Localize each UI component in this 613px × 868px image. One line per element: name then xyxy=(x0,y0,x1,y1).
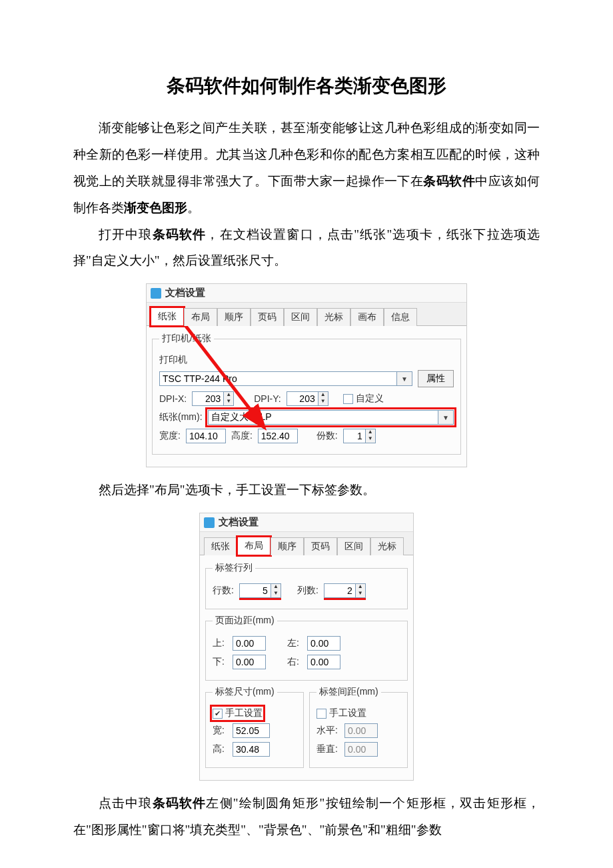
width-label: 宽度: xyxy=(159,430,181,442)
dpiy-input[interactable]: ▲▼ xyxy=(287,391,328,406)
spin-down-icon[interactable]: ▼ xyxy=(271,591,281,597)
checkbox-label: 自定义 xyxy=(356,393,384,405)
tab-layout[interactable]: 布局 xyxy=(237,537,271,555)
height-input[interactable] xyxy=(258,429,298,443)
tab-page[interactable]: 页码 xyxy=(304,537,337,555)
page-margin-group: 页面边距(mm) 上: 左: 下: 右: xyxy=(205,615,408,681)
bold-text: 条码软件 xyxy=(153,227,207,241)
label-width-input[interactable] xyxy=(233,723,270,738)
dropdown-icon[interactable]: ▼ xyxy=(396,371,412,386)
printer-label: 打印机 xyxy=(159,354,187,366)
paragraph-4: 点击中琅条码软件左侧"绘制圆角矩形"按钮绘制一个矩形框，双击矩形框，在"图形属性… xyxy=(73,790,540,843)
properties-button[interactable]: 属性 xyxy=(418,370,454,387)
tab-range[interactable]: 区间 xyxy=(337,537,370,555)
margin-left-label: 左: xyxy=(287,637,302,649)
paper-label: 纸张(mm): xyxy=(159,411,203,423)
paragraph-3: 然后选择"布局"选项卡，手工设置一下标签参数。 xyxy=(73,477,540,503)
tab-range[interactable]: 区间 xyxy=(284,308,317,326)
tab-paper[interactable]: 纸张 xyxy=(151,307,184,326)
dialog-title: 文档设置 xyxy=(219,516,259,529)
bold-text: 渐变色图形 xyxy=(124,201,187,215)
tab-layout[interactable]: 布局 xyxy=(184,308,217,326)
group-label: 页面边距(mm) xyxy=(213,615,277,627)
manual-size-checkbox[interactable]: ✔手工设置 xyxy=(213,707,263,719)
dropdown-icon[interactable]: ▼ xyxy=(438,410,454,425)
label-height-label: 高: xyxy=(213,743,227,755)
paragraph-2: 打开中琅条码软件，在文档设置窗口，点击"纸张"选项卡，纸张下拉选项选择"自定义大… xyxy=(73,221,540,275)
group-label: 标签尺寸(mm) xyxy=(213,686,277,698)
label-height-input[interactable] xyxy=(233,742,270,757)
copies-label: 份数: xyxy=(316,430,338,442)
spin-down-icon[interactable]: ▼ xyxy=(318,399,328,405)
cols-input[interactable]: ▲▼ xyxy=(324,583,366,598)
tab-row: 纸张 布局 顺序 页码 区间 光标 xyxy=(200,532,413,555)
app-icon xyxy=(204,517,215,528)
checkbox-label: 手工设置 xyxy=(225,707,263,719)
tab-order[interactable]: 顺序 xyxy=(271,537,304,555)
height-label: 高度: xyxy=(231,430,253,442)
dialog-titlebar: 文档设置 xyxy=(200,513,413,532)
margin-right-input[interactable] xyxy=(307,655,340,669)
dpiy-label: DPI-Y: xyxy=(254,393,281,404)
gap-vert-label: 垂直: xyxy=(316,743,339,755)
printer-select[interactable] xyxy=(159,371,396,386)
tab-canvas[interactable]: 画布 xyxy=(350,308,384,326)
page-title: 条码软件如何制作各类渐变色图形 xyxy=(73,73,540,99)
rows-label: 行数: xyxy=(213,585,234,597)
width-input[interactable] xyxy=(186,429,226,443)
margin-top-label: 上: xyxy=(213,637,227,649)
label-size-group: 标签尺寸(mm) ✔手工设置 宽: 高: xyxy=(205,686,304,768)
doc-settings-dialog-paper: 文档设置 纸张 布局 顺序 页码 区间 光标 画布 信息 打印机/纸张 打印机 … xyxy=(146,283,467,467)
app-icon xyxy=(151,288,161,299)
margin-left-input[interactable] xyxy=(307,636,340,651)
gap-horiz-input[interactable] xyxy=(344,723,378,738)
spin-down-icon[interactable]: ▼ xyxy=(366,436,375,443)
group-label: 标签间距(mm) xyxy=(316,686,381,698)
paper-size-select[interactable] xyxy=(208,410,438,425)
margin-top-input[interactable] xyxy=(233,636,266,651)
tab-row: 纸张 布局 顺序 页码 区间 光标 画布 信息 xyxy=(147,303,466,325)
paragraph-1: 渐变能够让色彩之间产生关联，甚至渐变能够让这几种色彩组成的渐变如同一种全新的色彩… xyxy=(73,115,540,221)
dialog-titlebar: 文档设置 xyxy=(147,284,466,303)
bold-text: 条码软件 xyxy=(153,796,207,810)
margin-right-label: 右: xyxy=(287,656,302,668)
margin-bottom-input[interactable] xyxy=(233,655,266,669)
tab-info[interactable]: 信息 xyxy=(384,308,417,326)
tab-order[interactable]: 顺序 xyxy=(217,308,251,326)
tab-page[interactable]: 页码 xyxy=(251,308,284,326)
printer-paper-group: 打印机/纸张 打印机 ▼ 属性 DPI-X: ▲▼ xyxy=(152,333,461,455)
dpix-input[interactable]: ▲▼ xyxy=(192,391,234,406)
tab-cursor[interactable]: 光标 xyxy=(317,308,350,326)
gap-horiz-label: 水平: xyxy=(316,725,339,737)
doc-settings-dialog-layout: 文档设置 纸张 布局 顺序 页码 区间 光标 标签行列 行数: ▲▼ 列数: xyxy=(199,513,414,781)
checkbox-label: 手工设置 xyxy=(329,707,366,719)
tab-cursor[interactable]: 光标 xyxy=(370,537,404,555)
tab-paper[interactable]: 纸张 xyxy=(204,537,237,555)
dpix-label: DPI-X: xyxy=(159,393,187,404)
group-label: 标签行列 xyxy=(213,562,255,574)
dialog-title: 文档设置 xyxy=(165,287,205,299)
text: 。 xyxy=(187,201,200,215)
custom-dpi-checkbox[interactable]: 自定义 xyxy=(343,393,384,405)
group-label: 打印机/纸张 xyxy=(159,333,214,345)
label-gap-group: 标签间距(mm) 手工设置 水平: 垂直: xyxy=(309,686,408,768)
label-width-label: 宽: xyxy=(213,725,227,737)
bold-text: 条码软件 xyxy=(423,174,475,188)
cols-label: 列数: xyxy=(297,585,318,597)
copies-input[interactable]: ▲▼ xyxy=(343,429,376,443)
text: 打开中琅 xyxy=(99,227,153,241)
text: 点击中琅 xyxy=(99,796,153,810)
spin-down-icon[interactable]: ▼ xyxy=(356,591,365,597)
manual-gap-checkbox[interactable]: 手工设置 xyxy=(316,707,366,719)
label-rowcol-group: 标签行列 行数: ▲▼ 列数: ▲▼ xyxy=(205,562,408,609)
gap-vert-input[interactable] xyxy=(344,742,378,757)
margin-bottom-label: 下: xyxy=(213,656,227,668)
rows-input[interactable]: ▲▼ xyxy=(239,583,281,598)
spin-down-icon[interactable]: ▼ xyxy=(224,399,233,405)
